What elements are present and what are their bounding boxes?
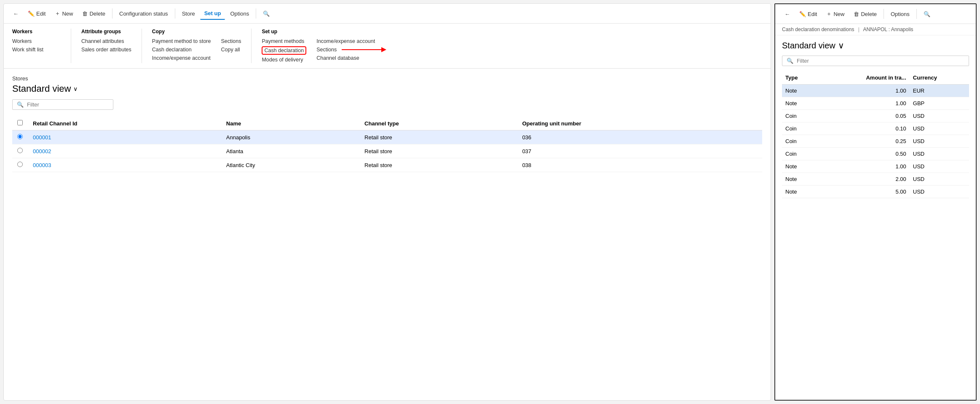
copy-right-col: Sections Copy all [221, 38, 241, 61]
row-operating-unit: 037 [517, 144, 762, 158]
attribute-groups-title: Attribute groups [81, 29, 131, 35]
table-row[interactable]: 000001 Annapolis Retail store 036 [12, 130, 762, 144]
right-options-button[interactable]: Options [886, 8, 914, 20]
right-breadcrumb: Cash declaration denominations | ANNAPOL… [775, 24, 976, 35]
menu-item-sales-order-attributes[interactable]: Sales order attributes [81, 46, 131, 53]
row-radio[interactable] [17, 134, 23, 139]
row-name: Annapolis [221, 130, 359, 144]
filter-search-icon: 🔍 [17, 101, 24, 108]
right-search-icon: 🔍 [924, 11, 930, 17]
toolbar-divider-2 [175, 8, 175, 19]
list-item[interactable]: Coin 0.10 USD [782, 122, 969, 135]
menu-item-cash-declaration-setup[interactable]: Cash declaration [262, 46, 306, 55]
row-radio-cell[interactable] [12, 144, 28, 158]
row-channel-id[interactable]: 000003 [28, 158, 221, 172]
right-edit-button[interactable]: ✏️ Edit [795, 8, 821, 20]
list-item[interactable]: Coin 0.50 USD [782, 148, 969, 160]
denom-type: Note [782, 85, 819, 97]
menu-item-payment-methods[interactable]: Payment methods [262, 38, 306, 45]
back-button[interactable]: ← [9, 8, 23, 19]
config-status-button[interactable]: Configuration status [115, 8, 172, 19]
menu-item-modes-of-delivery[interactable]: Modes of delivery [262, 56, 306, 63]
row-name: Atlantic City [221, 158, 359, 172]
denom-currency: USD [910, 135, 969, 148]
menu-item-payment-method-to-store[interactable]: Payment method to store [152, 38, 211, 45]
list-item[interactable]: Note 1.00 EUR [782, 85, 969, 97]
col-header-name: Name [221, 117, 359, 130]
denom-type: Note [782, 186, 819, 198]
new-button[interactable]: ＋ New [51, 7, 77, 20]
right-new-button[interactable]: ＋ New [822, 8, 849, 20]
right-delete-button[interactable]: 🗑 Delete [849, 8, 881, 20]
right-content: Standard view ∨ 🔍 Type Amount in tra... … [775, 35, 976, 400]
menu-item-copy-all[interactable]: Copy all [221, 46, 241, 53]
menu-item-channel-attributes[interactable]: Channel attributes [81, 38, 131, 45]
row-channel-type: Retail store [359, 130, 517, 144]
row-radio-cell[interactable] [12, 158, 28, 172]
denom-type: Coin [782, 135, 819, 148]
main-content: Stores Standard view ∨ 🔍 Retail Channel … [4, 69, 771, 400]
workers-title: Workers [12, 29, 61, 35]
right-toolbar-divider-2 [916, 9, 917, 19]
store-button[interactable]: Store [178, 8, 199, 19]
right-table-header-row: Type Amount in tra... Currency [782, 71, 969, 85]
list-item[interactable]: Note 1.00 USD [782, 160, 969, 173]
list-item[interactable]: Coin 0.05 USD [782, 110, 969, 122]
setup-title: Set up [262, 29, 375, 35]
select-all-checkbox[interactable] [17, 120, 23, 125]
denom-currency: USD [910, 173, 969, 186]
table-row[interactable]: 000002 Atlanta Retail store 037 [12, 144, 762, 158]
menu-section-setup: Set up Payment methods Cash declaration … [262, 29, 385, 63]
right-back-button[interactable]: ← [780, 8, 794, 20]
right-filter-search-icon: 🔍 [787, 58, 793, 64]
row-radio[interactable] [17, 148, 23, 153]
right-delete-icon: 🗑 [854, 11, 859, 17]
options-button[interactable]: Options [226, 8, 253, 19]
right-filter-box[interactable]: 🔍 [782, 56, 969, 66]
right-toolbar: ← ✏️ Edit ＋ New 🗑 Delete Options 🔍 [775, 4, 976, 24]
denom-amount: 1.00 [819, 97, 910, 110]
list-item[interactable]: Note 2.00 USD [782, 173, 969, 186]
right-search-button[interactable]: 🔍 [919, 8, 934, 20]
denom-type: Coin [782, 110, 819, 122]
setup-right-col: Income/expense account Sections [316, 38, 375, 63]
denom-amount: 5.00 [819, 186, 910, 198]
list-item[interactable]: Coin 0.25 USD [782, 135, 969, 148]
menu-item-income-expense-account-copy[interactable]: Income/expense account [152, 55, 211, 61]
search-button[interactable]: 🔍 [259, 8, 274, 19]
row-radio-cell[interactable] [12, 130, 28, 144]
list-item[interactable]: Note 1.00 GBP [782, 97, 969, 110]
menu-section-workers: Workers Workers Work shift list [12, 29, 71, 63]
row-channel-id[interactable]: 000001 [28, 130, 221, 144]
right-view-chevron-icon[interactable]: ∨ [838, 40, 844, 50]
list-item[interactable]: Note 5.00 USD [782, 186, 969, 198]
row-name: Atlanta [221, 144, 359, 158]
row-channel-id[interactable]: 000002 [28, 144, 221, 158]
view-chevron-icon[interactable]: ∨ [73, 85, 78, 92]
denom-type: Coin [782, 122, 819, 135]
filter-box[interactable]: 🔍 [12, 99, 113, 110]
filter-input[interactable] [27, 101, 109, 108]
menu-item-sections-copy[interactable]: Sections [221, 38, 241, 45]
right-back-icon: ← [785, 11, 790, 17]
delete-button[interactable]: 🗑 Delete [78, 8, 110, 19]
menu-item-income-expense-account-setup[interactable]: Income/expense account [316, 38, 375, 45]
edit-button[interactable]: ✏️ Edit [24, 8, 50, 19]
right-filter-input[interactable] [797, 58, 964, 64]
menu-item-work-shift-list[interactable]: Work shift list [12, 46, 61, 53]
menu-item-sections-setup[interactable]: Sections [316, 46, 375, 53]
denom-type: Note [782, 97, 819, 110]
row-radio[interactable] [17, 162, 23, 167]
denom-currency: USD [910, 110, 969, 122]
denom-currency: GBP [910, 97, 969, 110]
denom-amount: 2.00 [819, 173, 910, 186]
menu-item-channel-database[interactable]: Channel database [316, 55, 375, 61]
setup-button[interactable]: Set up [200, 8, 225, 20]
denom-amount: 1.00 [819, 160, 910, 173]
row-channel-type: Retail store [359, 158, 517, 172]
menu-section-copy: Copy Payment method to store Cash declar… [152, 29, 252, 63]
table-row[interactable]: 000003 Atlantic City Retail store 038 [12, 158, 762, 172]
right-plus-icon: ＋ [826, 10, 832, 18]
menu-item-copy-cash-declaration[interactable]: Cash declaration [152, 46, 211, 53]
menu-item-workers[interactable]: Workers [12, 38, 61, 45]
